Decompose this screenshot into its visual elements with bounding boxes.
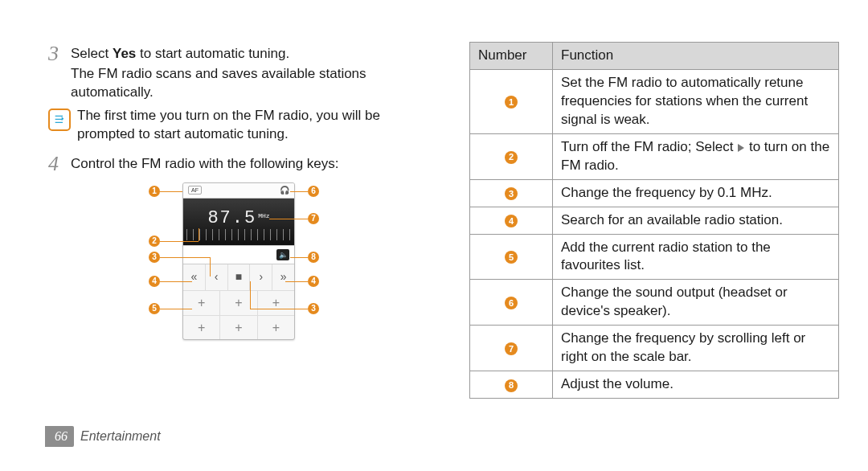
seek-fwd-fast-button[interactable]: » [272, 264, 294, 290]
leader-line [290, 257, 308, 258]
leader-line [250, 281, 251, 309]
control-row: « ‹ ■ › » [183, 264, 294, 291]
step4-text: Control the FM radio with the following … [71, 155, 426, 174]
row-function: Change the frequency by 0.1 MHz. [553, 179, 839, 207]
step-3: 3 Select Yes to start automatic tuning. … [48, 45, 426, 102]
page-footer: 66 Entertainment [45, 426, 161, 447]
table-row: 1 Set the FM radio to automatically retu… [470, 69, 839, 133]
bubble-icon: 7 [505, 342, 518, 355]
radio-topbar: AF 🎧 [183, 183, 294, 199]
manual-page: 3 Select Yes to start automatic tuning. … [0, 0, 868, 471]
step3-text-a: Select [71, 46, 113, 61]
section-title: Entertainment [80, 428, 161, 445]
freq-number: 87.5 [207, 208, 256, 228]
leader-line [290, 191, 308, 192]
yes-label: Yes [113, 46, 136, 61]
speaker-icon[interactable] [276, 249, 289, 260]
leader-line [160, 281, 192, 282]
leader-line [269, 219, 308, 219]
leader-line [285, 281, 308, 282]
row-function: Turn off the FM radio; Select to turn on… [553, 133, 839, 179]
freq-unit: MHz [258, 212, 269, 219]
table-row: 8 Adjust the volume. [470, 371, 839, 399]
function-table: Number Function 1 Set the FM radio to au… [469, 42, 839, 399]
stop-button[interactable]: ■ [228, 264, 251, 290]
table-row: 6 Change the sound output (headset or de… [470, 280, 839, 326]
bubble-icon: 5 [505, 251, 518, 264]
leader-line [160, 257, 210, 258]
note-block: The first time you turn on the FM radio,… [48, 107, 426, 144]
bubble-icon: 3 [505, 187, 518, 200]
row-number: 6 [470, 280, 553, 326]
bubble-icon: 1 [505, 96, 518, 109]
callout-2: 2 [149, 236, 160, 247]
seek-back-button[interactable]: ‹ [206, 264, 228, 290]
callout-3r: 3 [308, 303, 319, 314]
step-number: 4 [48, 154, 71, 174]
table-row: 7 Change the frequency by scrolling left… [470, 326, 839, 371]
callout-7: 7 [308, 213, 319, 224]
step3-subtext: The FM radio scans and saves available s… [71, 65, 426, 102]
row-function: Add the current radio station to the fav… [553, 234, 839, 280]
bubble-icon: 6 [505, 297, 518, 309]
bubble-icon: 4 [505, 215, 518, 227]
fav-slot[interactable]: + [220, 316, 257, 340]
row-number: 3 [470, 179, 553, 207]
fav-slot[interactable]: + [183, 316, 220, 340]
favourites-row-1: + + + [183, 291, 294, 316]
col-number-header: Number [470, 43, 553, 70]
row-function: Change the sound output (headset or devi… [553, 280, 839, 326]
fav-slot[interactable]: + [183, 291, 220, 315]
leader-line [210, 257, 211, 276]
fav-slot[interactable]: + [258, 291, 294, 315]
row2-text-a: Turn off the FM radio; Select [561, 139, 737, 154]
row-number: 2 [470, 133, 553, 179]
left-column: 3 Select Yes to start automatic tuning. … [48, 45, 426, 359]
row-number: 4 [470, 207, 553, 234]
play-icon [738, 144, 744, 152]
table-row: 5 Add the current radio station to the f… [470, 234, 839, 280]
table-row: 3 Change the frequency by 0.1 MHz. [470, 179, 839, 207]
bubble-icon: 2 [505, 151, 518, 164]
radio-ui: AF 🎧 87.5MHz « ‹ ■ › » [182, 182, 295, 340]
seek-back-fast-button[interactable]: « [183, 264, 206, 290]
col-function-header: Function [553, 43, 839, 70]
note-icon [48, 109, 71, 131]
fav-slot[interactable]: + [258, 316, 294, 340]
headphones-icon[interactable]: 🎧 [280, 185, 289, 196]
row-function: Change the frequency by scrolling left o… [553, 326, 839, 371]
frequency-scale[interactable] [186, 229, 291, 240]
callout-4r: 4 [308, 276, 319, 287]
seek-fwd-button[interactable]: › [250, 264, 272, 290]
step-number: 3 [48, 43, 71, 102]
favourites-row-2: + + + [183, 316, 294, 340]
table-header-row: Number Function [470, 43, 839, 70]
note-text: The first time you turn on the FM radio,… [77, 107, 426, 144]
radio-midbar [183, 245, 294, 264]
callout-6: 6 [308, 186, 319, 197]
callout-8: 8 [308, 252, 319, 263]
page-number: 66 [45, 426, 74, 447]
step-4: 4 Control the FM radio with the followin… [48, 155, 426, 174]
leader-line [199, 228, 199, 241]
leader-line [160, 241, 199, 242]
row-function: Set the FM radio to automatically retune… [553, 69, 839, 133]
row-number: 8 [470, 371, 553, 399]
right-column: Number Function 1 Set the FM radio to au… [469, 42, 839, 399]
radio-diagram: 1 2 3 4 5 6 7 8 4 3 [149, 182, 326, 359]
row-number: 7 [470, 326, 553, 371]
bubble-icon: 8 [505, 379, 518, 392]
table-row: 2 Turn off the FM radio; Select to turn … [470, 133, 839, 179]
fav-slot[interactable]: + [220, 291, 257, 315]
leader-line [250, 309, 308, 309]
leader-line [160, 309, 192, 309]
row-number: 1 [470, 69, 553, 133]
row-function: Search for an available radio station. [553, 207, 839, 234]
frequency-display[interactable]: 87.5MHz [183, 199, 294, 245]
af-indicator[interactable]: AF [188, 186, 202, 195]
leader-line [160, 191, 182, 192]
callout-3: 3 [149, 252, 160, 263]
callout-5: 5 [149, 303, 160, 314]
step3-text-c: to start automatic tuning. [136, 46, 289, 61]
callout-4: 4 [149, 276, 160, 287]
